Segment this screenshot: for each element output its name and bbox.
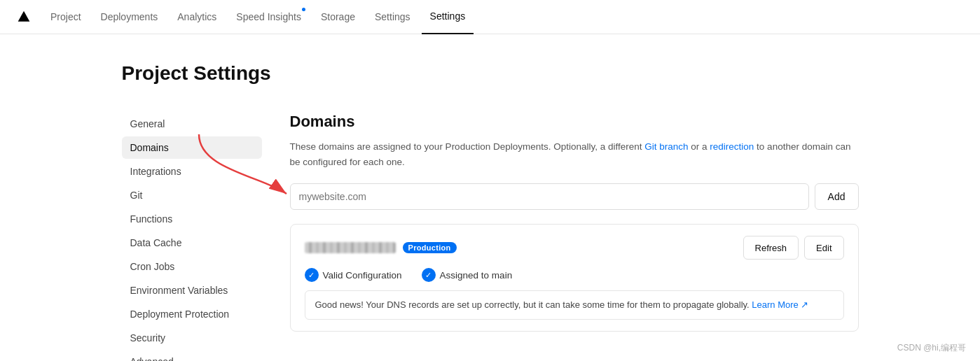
- assigned-to-main-icon: ✓: [422, 268, 436, 282]
- domain-input-row: Add: [290, 183, 859, 210]
- sidebar-item-functions[interactable]: Functions: [122, 208, 262, 230]
- sidebar-item-environment-variables[interactable]: Environment Variables: [122, 279, 262, 302]
- domains-title: Domains: [290, 113, 859, 131]
- valid-config-label: Valid Configuration: [323, 270, 402, 281]
- add-domain-button[interactable]: Add: [815, 183, 859, 210]
- nav-item-analytics[interactable]: Analytics: [169, 0, 225, 34]
- speed-insights-dot: [302, 8, 305, 11]
- sidebar-item-data-cache[interactable]: Data Cache: [122, 232, 262, 254]
- git-branch-link[interactable]: Git branch: [644, 141, 688, 152]
- valid-config-check: ✓ Valid Configuration: [305, 268, 402, 282]
- settings-layout: General Domains Integrations Git Functio…: [122, 113, 859, 361]
- sidebar-item-deployment-protection[interactable]: Deployment Protection: [122, 303, 262, 325]
- sidebar-item-general[interactable]: General: [122, 113, 262, 135]
- nav-item-deployments[interactable]: Deployments: [92, 0, 167, 34]
- status-checks: ✓ Valid Configuration ✓ Assigned to main: [305, 268, 844, 282]
- domain-blurred-name: [305, 242, 396, 253]
- nav-item-logs[interactable]: Storage: [312, 0, 364, 34]
- nav-item-settings[interactable]: Settings: [422, 0, 474, 34]
- refresh-button[interactable]: Refresh: [743, 236, 799, 260]
- external-link-icon: ↗: [801, 299, 808, 310]
- assigned-to-main-check: ✓ Assigned to main: [422, 268, 513, 282]
- top-navigation: Project Deployments Analytics Speed Insi…: [0, 0, 980, 34]
- nav-item-storage[interactable]: Settings: [366, 0, 419, 34]
- logo[interactable]: [17, 10, 31, 24]
- nav-item-project[interactable]: Project: [42, 0, 90, 34]
- domains-section: Domains These domains are assigned to yo…: [290, 113, 859, 361]
- domain-card: Production Refresh Edit ✓ Valid Configur…: [290, 224, 859, 332]
- valid-config-icon: ✓: [305, 268, 319, 282]
- domain-input[interactable]: [290, 183, 809, 210]
- domain-input-container: Add: [290, 183, 859, 210]
- domain-card-actions: Refresh Edit: [743, 236, 844, 260]
- domain-card-header: Production Refresh Edit: [305, 236, 844, 260]
- sidebar-item-domains[interactable]: Domains: [122, 136, 262, 159]
- watermark: CSDN @hi,编程哥: [897, 342, 966, 354]
- domains-description: These domains are assigned to your Produ…: [290, 139, 859, 169]
- sidebar-item-git[interactable]: Git: [122, 184, 262, 206]
- page-content: Project Settings General Domains Integra…: [105, 34, 876, 361]
- redirection-link[interactable]: redirection: [710, 141, 754, 152]
- sidebar-item-security[interactable]: Security: [122, 327, 262, 349]
- sidebar-item-integrations[interactable]: Integrations: [122, 160, 262, 183]
- nav-item-speed-insights[interactable]: Speed Insights: [228, 0, 310, 34]
- assigned-to-main-label: Assigned to main: [440, 270, 513, 281]
- sidebar-item-advanced[interactable]: Advanced: [122, 351, 262, 361]
- sidebar-item-cron-jobs[interactable]: Cron Jobs: [122, 255, 262, 278]
- edit-button[interactable]: Edit: [804, 236, 843, 260]
- production-badge: Production: [403, 242, 457, 253]
- learn-more-link[interactable]: Learn More ↗: [752, 299, 808, 310]
- domain-name-area: Production: [305, 242, 457, 253]
- settings-sidebar: General Domains Integrations Git Functio…: [122, 113, 262, 361]
- good-news-banner: Good news! Your DNS records are set up c…: [305, 290, 844, 320]
- page-title: Project Settings: [122, 62, 859, 85]
